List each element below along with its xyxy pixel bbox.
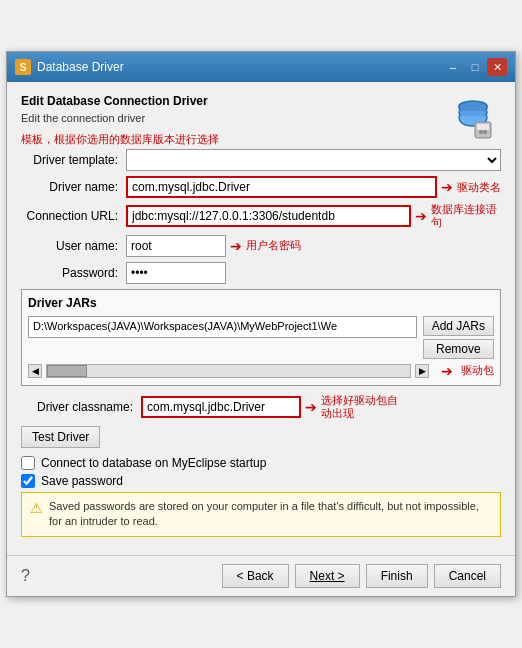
driver-template-select[interactable]: [126, 149, 501, 171]
maximize-button[interactable]: □: [465, 58, 485, 76]
close-button[interactable]: ✕: [487, 58, 507, 76]
dialog-footer: ? < Back Next > Finish Cancel: [7, 555, 515, 596]
add-jars-button[interactable]: Add JARs: [423, 316, 494, 336]
finish-button[interactable]: Finish: [366, 564, 428, 588]
driver-name-label: Driver name:: [21, 180, 126, 194]
warning-text: Saved passwords are stored on your compu…: [49, 499, 492, 530]
driver-name-arrow-icon: ➔: [441, 179, 453, 195]
password-input[interactable]: [126, 262, 226, 284]
jars-path-display: D:\Workspaces(JAVA)\Workspaces(JAVA)\MyW…: [28, 316, 417, 338]
connection-url-label: Connection URL:: [21, 209, 126, 223]
scroll-left-button[interactable]: ◀: [28, 364, 42, 378]
template-annotation: 模板，根据你选用的数据库版本进行选择: [21, 132, 219, 147]
classname-annotation: 选择好驱动包自动出现: [321, 394, 401, 420]
driver-classname-row: Driver classname: ➔ 选择好驱动包自动出现: [21, 394, 501, 420]
header-text-area: Edit Database Connection Driver Edit the…: [21, 94, 219, 147]
dialog-header: Edit Database Connection Driver Edit the…: [21, 94, 501, 147]
scrollbar-track[interactable]: [46, 364, 411, 378]
warning-box: ⚠ Saved passwords are stored on your com…: [21, 492, 501, 537]
back-button[interactable]: < Back: [222, 564, 289, 588]
classname-arrow-icon: ➔: [305, 399, 317, 415]
driver-classname-input[interactable]: [141, 396, 301, 418]
driver-name-input[interactable]: [126, 176, 437, 198]
svg-point-4: [483, 130, 487, 134]
username-input[interactable]: [126, 235, 226, 257]
save-password-label[interactable]: Save password: [41, 474, 123, 488]
connect-startup-row: Connect to database on MyEclipse startup: [21, 456, 501, 470]
driver-jar-arrow-icon: ➔: [441, 363, 453, 379]
connection-url-arrow-icon: ➔: [415, 208, 427, 224]
password-label: Password:: [21, 266, 126, 280]
warning-icon: ⚠: [30, 500, 43, 516]
driver-jars-header: Driver JARs: [28, 296, 494, 310]
password-row: Password:: [21, 262, 501, 284]
next-button[interactable]: Next >: [295, 564, 360, 588]
save-password-checkbox[interactable]: [21, 474, 35, 488]
main-window: S Database Driver – □ ✕ Edit Database Co…: [6, 51, 516, 597]
save-password-row: Save password: [21, 474, 501, 488]
dialog-title: Edit Database Connection Driver: [21, 94, 219, 108]
window-title: Database Driver: [37, 60, 124, 74]
driver-name-row: Driver name: ➔ 驱动类名: [21, 176, 501, 198]
cancel-button[interactable]: Cancel: [434, 564, 501, 588]
test-driver-button[interactable]: Test Driver: [21, 426, 100, 448]
app-icon: S: [15, 59, 31, 75]
title-bar: S Database Driver – □ ✕: [7, 52, 515, 82]
dialog-content: Edit Database Connection Driver Edit the…: [7, 82, 515, 555]
user-password-annotation: 用户名密码: [246, 238, 301, 253]
driver-jars-section: Driver JARs D:\Workspaces(JAVA)\Workspac…: [21, 289, 501, 386]
svg-rect-2: [477, 124, 489, 130]
jars-buttons: Add JARs Remove: [423, 316, 494, 359]
connect-startup-label[interactable]: Connect to database on MyEclipse startup: [41, 456, 266, 470]
driver-jar-annotation: 驱动包: [461, 363, 494, 378]
database-icon: [449, 94, 497, 142]
scroll-right-button[interactable]: ▶: [415, 364, 429, 378]
title-bar-left: S Database Driver: [15, 59, 124, 75]
username-row: User name: ➔ 用户名密码: [21, 235, 501, 257]
remove-button[interactable]: Remove: [423, 339, 494, 359]
driver-name-annotation: 驱动类名: [457, 180, 501, 195]
help-button[interactable]: ?: [21, 567, 30, 585]
minimize-button[interactable]: –: [443, 58, 463, 76]
driver-classname-label: Driver classname:: [21, 400, 141, 414]
connection-url-input[interactable]: [126, 205, 411, 227]
username-label: User name:: [21, 239, 126, 253]
driver-template-label: Driver template:: [21, 153, 126, 167]
user-password-arrow-icon: ➔: [230, 238, 242, 254]
connect-startup-checkbox[interactable]: [21, 456, 35, 470]
svg-point-3: [479, 130, 483, 134]
jars-row: D:\Workspaces(JAVA)\Workspaces(JAVA)\MyW…: [28, 316, 494, 359]
connection-url-annotation: 数据库连接语句: [431, 203, 501, 229]
window-controls: – □ ✕: [443, 58, 507, 76]
jars-scrollbar: ◀ ▶ ➔ 驱动包: [28, 363, 494, 379]
dialog-subtitle: Edit the connection driver: [21, 112, 219, 124]
driver-template-row: Driver template:: [21, 149, 501, 171]
connection-url-row: Connection URL: ➔ 数据库连接语句: [21, 203, 501, 229]
